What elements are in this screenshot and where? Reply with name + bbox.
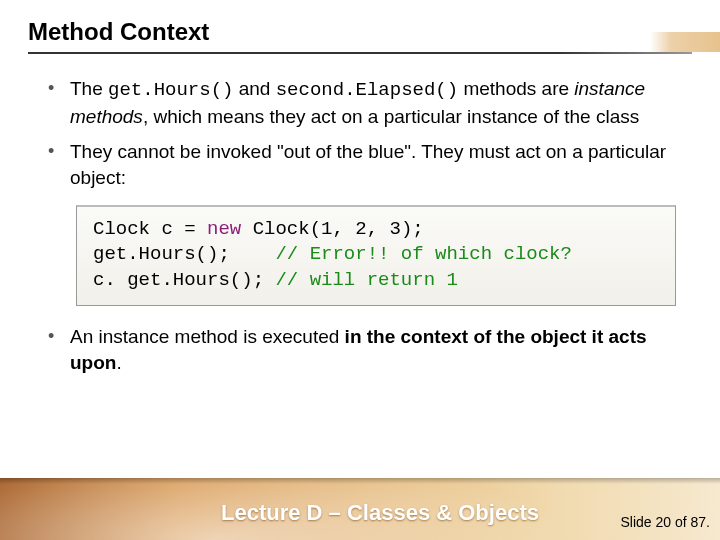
bullet-list-2: An instance method is executed in the co… xyxy=(42,324,678,375)
lecture-title: Lecture D – Classes & Objects xyxy=(0,500,720,526)
bullet-3-text-a: An instance method is executed xyxy=(70,326,345,347)
bullet-3-text-b: . xyxy=(116,352,121,373)
bullet-3: An instance method is executed in the co… xyxy=(42,324,678,375)
bullet-1-text-c: methods are xyxy=(458,78,574,99)
title-underline xyxy=(28,52,692,54)
code-l1a: Clock c = xyxy=(93,218,207,240)
bullet-1: The get.Hours() and second.Elapsed() met… xyxy=(42,76,678,129)
slide-title: Method Context xyxy=(28,18,692,52)
footer: Lecture D – Classes & Objects Slide 20 o… xyxy=(0,478,720,540)
code-l2a: get.Hours(); xyxy=(93,243,275,265)
slide-number: Slide 20 of 87. xyxy=(620,514,710,530)
bullet-1-text-d: , which means they act on a particular i… xyxy=(143,106,639,127)
title-accent xyxy=(650,32,720,52)
bullet-1-text-b: and xyxy=(233,78,275,99)
footer-shadow xyxy=(0,478,720,484)
bullet-1-text-a: The xyxy=(70,78,108,99)
code-l1b: Clock(1, 2, 3); xyxy=(241,218,423,240)
code-l3-comment: // will return 1 xyxy=(275,269,457,291)
code-l2-comment: // Error!! of which clock? xyxy=(275,243,571,265)
slide: Method Context The get.Hours() and secon… xyxy=(0,0,720,540)
code-l3a: c. get.Hours(); xyxy=(93,269,275,291)
content-area: The get.Hours() and second.Elapsed() met… xyxy=(28,58,692,376)
bullet-1-code-2: second.Elapsed() xyxy=(276,79,458,101)
bullet-2: They cannot be invoked "out of the blue"… xyxy=(42,139,678,190)
code-l1-keyword: new xyxy=(207,218,241,240)
bullet-list: The get.Hours() and second.Elapsed() met… xyxy=(42,76,678,191)
bullet-1-code-1: get.Hours() xyxy=(108,79,233,101)
code-block: Clock c = new Clock(1, 2, 3); get.Hours(… xyxy=(76,205,676,307)
